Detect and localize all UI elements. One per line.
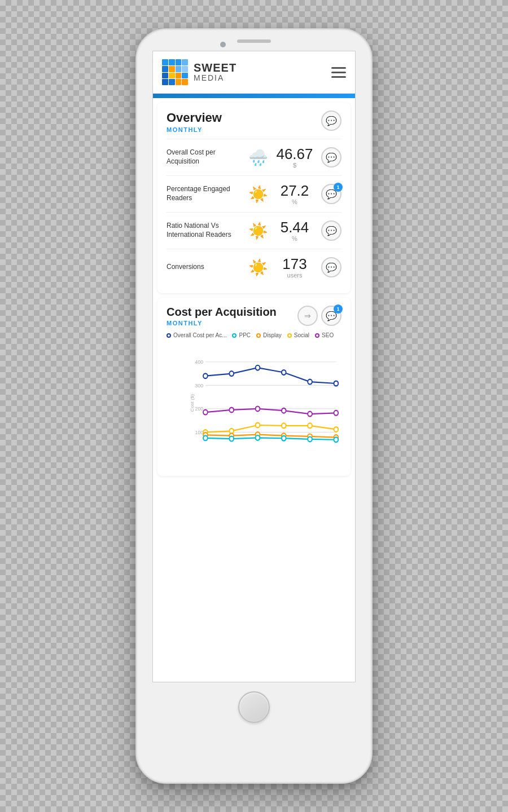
chart-point-overall xyxy=(334,381,339,386)
logo-cell xyxy=(176,59,182,65)
blue-accent-bar xyxy=(153,94,355,98)
chart-point-ppc xyxy=(282,436,286,441)
chart-point-social xyxy=(282,423,286,428)
chart-point-overall xyxy=(229,371,234,376)
metric-value-area: 5.44 % xyxy=(275,220,314,242)
phone-speaker xyxy=(237,39,271,43)
legend-item: SEO xyxy=(315,332,334,338)
metric-value: 173 xyxy=(275,257,314,271)
chart-line-overall xyxy=(205,368,336,383)
logo-cell xyxy=(182,73,188,79)
metric-comment-button[interactable]: 💬 xyxy=(321,220,341,241)
hamburger-line xyxy=(331,76,346,78)
logo-text: SWEET MEDIA xyxy=(194,62,237,83)
chart-point-ppc xyxy=(334,437,339,442)
metric-comment-button[interactable]: 💬 1 xyxy=(321,184,341,204)
logo-cell xyxy=(182,59,188,65)
logo-sweet: SWEET xyxy=(194,62,237,73)
chart-line-social xyxy=(205,425,336,432)
chart-header: Cost per Acquisition MONTHLY ⇒ 💬 1 xyxy=(167,306,341,326)
metric-label: Percentage Engaged Readers xyxy=(167,185,241,202)
legend-label: Overall Cost per Ac... xyxy=(173,332,226,338)
metric-value: 5.44 xyxy=(275,220,314,235)
logo-cell xyxy=(169,59,175,65)
app-header: SWEET MEDIA xyxy=(153,51,355,94)
chart-point-social xyxy=(308,423,312,428)
comment-icon: 💬 xyxy=(326,152,337,163)
chart-point-seo xyxy=(308,412,312,417)
arrow-icon: ⇒ xyxy=(304,311,311,320)
legend-label: SEO xyxy=(322,332,334,338)
logo-cell xyxy=(176,73,182,79)
legend-label: PPC xyxy=(239,332,251,338)
legend-item: Display xyxy=(256,332,282,338)
overview-title: Overview xyxy=(167,111,222,125)
chart-point-social xyxy=(256,423,260,428)
chart-legend: Overall Cost per Ac... PPC Display Socia… xyxy=(167,332,341,338)
comment-icon: 💬 xyxy=(326,116,337,126)
metric-unit: % xyxy=(275,235,314,242)
metric-value: 27.2 xyxy=(275,183,314,198)
chart-point-ppc xyxy=(229,436,234,442)
legend-item: Social xyxy=(287,332,309,338)
metric-value: 46.67 xyxy=(275,147,314,161)
chart-point-ppc xyxy=(308,437,312,442)
metric-comment-button[interactable]: 💬 xyxy=(321,257,341,277)
legend-dot xyxy=(167,333,171,338)
y-axis-label: 200 xyxy=(195,406,203,412)
metric-label: Overall Cost per Acquisition xyxy=(167,148,241,166)
logo-cell xyxy=(176,79,182,85)
legend-dot xyxy=(315,333,319,338)
metric-label: Ratio National Vs International Readers xyxy=(167,222,241,239)
overview-period: MONTHLY xyxy=(167,126,222,133)
chart-point-ppc xyxy=(203,435,208,440)
menu-button[interactable] xyxy=(331,67,346,78)
logo-cell xyxy=(182,79,188,85)
chart-comment-badge: 1 xyxy=(334,304,343,314)
chart-period: MONTHLY xyxy=(167,320,277,326)
comment-icon: 💬 xyxy=(326,262,337,273)
chart-line-display xyxy=(205,435,336,438)
logo-cell xyxy=(169,79,175,85)
logo-cell xyxy=(162,79,168,85)
comment-icon: 💬 xyxy=(326,226,337,236)
chart-comment-button[interactable]: 💬 1 xyxy=(321,306,341,326)
logo-area: SWEET MEDIA xyxy=(162,59,237,85)
chart-svg: 400300200100Cost ($) xyxy=(189,344,341,468)
chart-point-seo xyxy=(229,408,234,413)
metric-comment-button[interactable]: 💬 xyxy=(321,147,341,167)
legend-item: Overall Cost per Ac... xyxy=(167,332,226,338)
legend-dot xyxy=(232,333,237,338)
weather-icon: ☀️ xyxy=(246,218,270,243)
metric-row-ratio-national: Ratio National Vs International Readers … xyxy=(167,212,341,249)
y-axis-title: Cost ($) xyxy=(190,394,194,412)
chart-point-seo xyxy=(282,408,286,413)
chart-point-seo xyxy=(334,411,339,416)
legend-item: PPC xyxy=(232,332,251,338)
chart-point-ppc xyxy=(256,435,260,440)
chart-navigate-button[interactable]: ⇒ xyxy=(297,306,318,326)
overview-comment-button[interactable]: 💬 xyxy=(321,111,341,131)
chart-point-seo xyxy=(256,406,260,411)
metric-row-conversions: Conversions ☀️ 173 users 💬 xyxy=(167,249,341,285)
logo-media: MEDIA xyxy=(194,73,237,83)
metric-badge: 1 xyxy=(334,183,343,192)
chart-title: Cost per Acquisition xyxy=(167,306,277,319)
overview-section: Overview MONTHLY 💬 Overall Cost per Acqu… xyxy=(157,103,351,293)
phone-frame: SWEET MEDIA Overview MONTHLY 💬 xyxy=(135,28,373,784)
overview-title-area: Overview MONTHLY xyxy=(167,111,222,139)
app-logo xyxy=(162,59,188,85)
y-axis-label: 400 xyxy=(195,359,203,365)
metric-unit: $ xyxy=(275,162,314,169)
legend-dot xyxy=(256,333,261,338)
metric-unit: % xyxy=(275,198,314,205)
logo-cell xyxy=(162,73,168,79)
legend-label: Display xyxy=(263,332,282,338)
chart-point-overall xyxy=(203,373,208,378)
metric-unit: users xyxy=(275,272,314,279)
metrics-list: Overall Cost per Acquisition 🌧️ 46.67 $ … xyxy=(167,139,341,285)
home-button[interactable] xyxy=(238,691,270,723)
logo-cell xyxy=(162,66,168,72)
metric-value-area: 27.2 % xyxy=(275,183,314,205)
chart-section: Cost per Acquisition MONTHLY ⇒ 💬 1 Overa… xyxy=(157,298,351,476)
